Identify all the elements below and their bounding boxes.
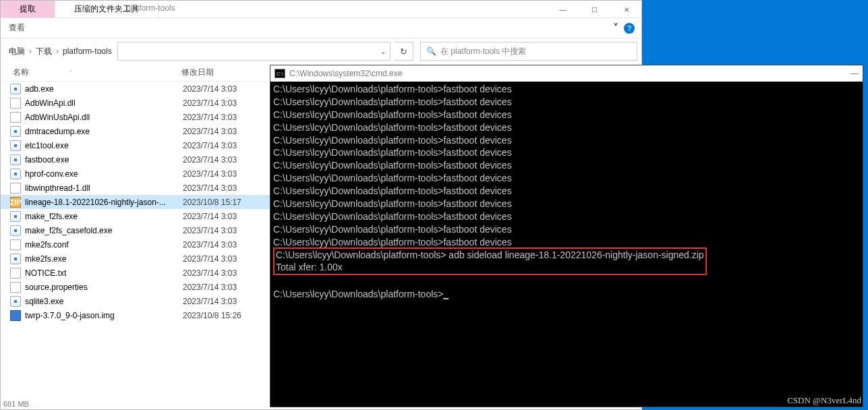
file-name: dmtracedump.exe <box>25 127 183 136</box>
breadcrumb[interactable]: 电脑› 下载› platform-tools <box>5 46 113 57</box>
file-date: 2023/7/14 3:03 <box>183 127 237 136</box>
cmd-titlebar[interactable]: C:\ C:\Windows\system32\cmd.exe — <box>270 65 863 82</box>
breadcrumb-part[interactable]: 电脑 <box>7 46 26 57</box>
file-date: 2023/7/14 3:03 <box>183 155 237 165</box>
file-date: 2023/7/14 3:03 <box>183 226 237 235</box>
exe-icon <box>10 225 21 236</box>
cmd-minimize-button[interactable]: — <box>850 69 859 78</box>
minimize-button[interactable]: — <box>548 1 578 18</box>
file-name: adb.exe <box>25 84 183 94</box>
file-name: fastboot.exe <box>25 155 183 165</box>
file-name: mke2fs.conf <box>25 240 183 250</box>
refresh-button[interactable]: ↻ <box>395 42 413 61</box>
chevron-down-icon[interactable]: ⌄ <box>380 48 386 55</box>
ribbon-bar: 查看 ˅ ? <box>1 18 641 38</box>
file-name: AdbWinUsbApi.dll <box>25 113 183 122</box>
search-icon: 🔍 <box>426 47 436 56</box>
ribbon-view[interactable]: 查看 <box>2 20 32 36</box>
file-name: libwinpthread-1.dll <box>25 183 183 193</box>
breadcrumb-part[interactable]: 下载 <box>34 46 53 57</box>
dll-icon <box>10 98 21 109</box>
sort-asc-icon: ˆ <box>69 69 71 76</box>
file-name: mke2fs.exe <box>25 254 183 264</box>
file-name: make_f2fs.exe <box>25 212 183 221</box>
watermark: CSDN @N3verL4nd <box>787 395 861 406</box>
file-date: 2023/7/14 3:03 <box>183 84 237 94</box>
file-date: 2023/7/14 3:03 <box>183 98 237 108</box>
status-bar: 681 MB <box>3 400 29 408</box>
exe-icon <box>10 84 21 94</box>
file-name: lineage-18.1-20221026-nightly-jason-... <box>25 198 183 207</box>
file-name: source.properties <box>25 283 183 292</box>
exe-icon <box>10 169 21 179</box>
conf-icon <box>10 282 21 293</box>
file-date: 2023/10/8 15:17 <box>183 198 241 207</box>
file-date: 2023/7/14 3:03 <box>183 283 237 292</box>
file-name: AdbWinApi.dll <box>25 98 183 108</box>
file-date: 2023/10/8 15:26 <box>183 311 241 320</box>
exe-icon <box>10 254 21 264</box>
file-date: 2023/7/14 3:03 <box>183 183 237 193</box>
search-placeholder: 在 platform-tools 中搜索 <box>440 46 526 57</box>
column-date[interactable]: 修改日期 <box>176 67 214 78</box>
address-input[interactable]: ⌄ <box>117 42 390 61</box>
img-icon <box>10 310 21 321</box>
search-input[interactable]: 🔍 在 platform-tools 中搜索 <box>420 42 637 61</box>
ribbon-tab-extract[interactable]: 提取 <box>1 1 55 18</box>
file-date: 2023/7/14 3:03 <box>183 240 237 250</box>
file-name: twrp-3.7.0_9-0-jason.img <box>25 311 183 320</box>
file-date: 2023/7/14 3:03 <box>183 212 237 221</box>
window-title: platform-tools <box>126 3 175 13</box>
file-name: etc1tool.exe <box>25 141 183 150</box>
file-name: make_f2fs_casefold.exe <box>25 226 183 235</box>
file-name: hprof-conv.exe <box>25 169 183 179</box>
exe-icon <box>10 296 21 307</box>
file-date: 2023/7/14 3:03 <box>183 254 237 264</box>
ribbon-chevron-icon[interactable]: ˅ <box>613 22 618 34</box>
file-date: 2023/7/14 3:03 <box>183 268 237 278</box>
dll-icon <box>10 112 21 123</box>
file-date: 2023/7/14 3:03 <box>183 169 237 179</box>
cmd-output[interactable]: C:\Users\lcyy\Downloads\platform-tools>f… <box>270 82 863 302</box>
file-name: NOTICE.txt <box>25 268 183 278</box>
window-controls: — ☐ ✕ <box>548 1 641 18</box>
exe-icon <box>10 126 21 137</box>
exe-icon <box>10 154 21 165</box>
file-name: sqlite3.exe <box>25 297 183 306</box>
column-name[interactable]: 名称 <box>13 67 29 78</box>
ribbon-tabstrip: 提取 压缩的文件夹工具 <box>1 1 641 18</box>
file-date: 2023/7/14 3:03 <box>183 297 237 306</box>
breadcrumb-part[interactable]: platform-tools <box>61 47 113 56</box>
exe-icon <box>10 211 21 222</box>
cmd-window: C:\ C:\Windows\system32\cmd.exe — C:\Use… <box>270 65 863 407</box>
conf-icon <box>10 239 21 250</box>
file-date: 2023/7/14 3:03 <box>183 113 237 122</box>
help-icon[interactable]: ? <box>624 23 635 34</box>
close-button[interactable]: ✕ <box>611 1 641 18</box>
cmd-icon: C:\ <box>274 69 285 78</box>
address-bar-row: 电脑› 下载› platform-tools ⌄ ↻ 🔍 在 platform-… <box>1 38 641 64</box>
dll-icon <box>10 183 21 194</box>
exe-icon <box>10 140 21 151</box>
txt-icon <box>10 268 21 279</box>
zip-icon: ZIP <box>10 197 21 208</box>
file-date: 2023/7/14 3:03 <box>183 141 237 150</box>
maximize-button[interactable]: ☐ <box>579 1 610 18</box>
cmd-title-text: C:\Windows\system32\cmd.exe <box>289 69 402 78</box>
